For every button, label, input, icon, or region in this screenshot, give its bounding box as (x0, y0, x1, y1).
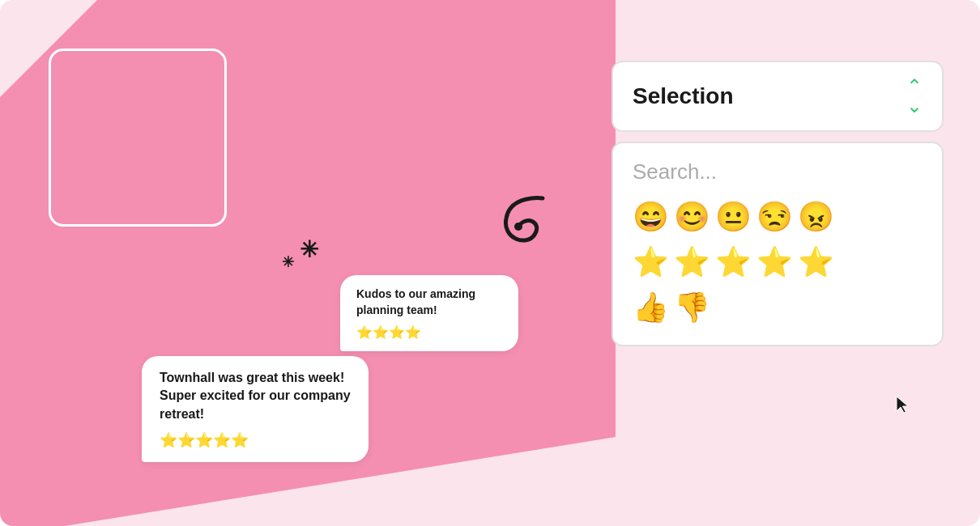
swirl-decoration (494, 186, 559, 259)
bubble-1-stars: ⭐⭐⭐⭐ (356, 325, 502, 340)
bubble-1-text: Kudos to our amazing planning team! (356, 286, 502, 318)
svg-point-2 (514, 223, 522, 231)
dropdown-options-panel: Search... 😄 😊 😐 😒 😠 ⭐ ⭐ ⭐ ⭐ ⭐ 👍 👎 (611, 142, 944, 346)
selection-label: Selection (633, 83, 733, 109)
emoji-star-5[interactable]: ⭐ (798, 248, 834, 277)
search-placeholder-text[interactable]: Search... (633, 159, 922, 185)
emoji-thumbsdown[interactable]: 👎 (674, 293, 710, 322)
phone-card-decoration (49, 49, 227, 227)
selection-dropdown[interactable]: Selection ⌃⌄ (611, 61, 944, 132)
mouse-cursor (895, 395, 911, 414)
emoji-star-4[interactable]: ⭐ (756, 248, 793, 277)
emoji-row-faces: 😄 😊 😐 😒 😠 (633, 202, 922, 231)
bubble-2-text: Townhall was great this week! Super exci… (160, 369, 351, 423)
chat-bubble-1: Kudos to our amazing planning team! ⭐⭐⭐⭐ (340, 275, 518, 351)
emoji-star-2[interactable]: ⭐ (674, 248, 710, 277)
emoji-angry[interactable]: 😠 (798, 202, 834, 231)
emoji-row-thumbs: 👍 👎 (633, 293, 922, 322)
emoji-star-1[interactable]: ⭐ (633, 248, 669, 277)
chat-bubble-2: Townhall was great this week! Super exci… (142, 356, 369, 462)
emoji-star-3[interactable]: ⭐ (715, 248, 752, 277)
emoji-row-stars: ⭐ ⭐ ⭐ ⭐ ⭐ (633, 248, 922, 277)
emoji-smile[interactable]: 😊 (674, 202, 710, 231)
bubble-2-stars: ⭐⭐⭐⭐⭐ (160, 431, 351, 449)
emoji-thumbsup[interactable]: 👍 (633, 293, 669, 322)
emoji-neutral[interactable]: 😐 (715, 202, 752, 231)
right-panel: Selection ⌃⌄ Search... 😄 😊 😐 😒 😠 ⭐ ⭐ ⭐ ⭐… (611, 61, 944, 346)
emoji-unamused[interactable]: 😒 (756, 202, 793, 231)
asterisk-large-icon: ✳ (300, 239, 318, 261)
main-canvas: ✳ ✳ Kudos to our amazing planning team! … (0, 0, 980, 526)
emoji-laughing[interactable]: 😄 (633, 202, 669, 231)
asterisk-small-icon: ✳ (282, 255, 294, 269)
chevron-updown-icon: ⌃⌄ (906, 77, 922, 116)
